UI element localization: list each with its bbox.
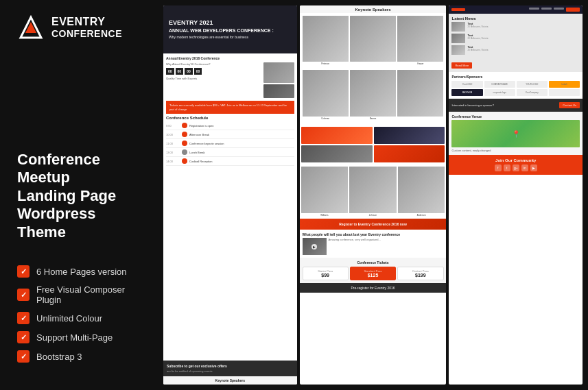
sc3-community-title: Join Our Community bbox=[451, 158, 580, 162]
news-item-3: Test 20 Melbourne, Victoria bbox=[451, 45, 580, 55]
brand-name-line2: CONFERENCE bbox=[51, 28, 122, 40]
sc2-preregister: Pre-register for Eventry 2016 bbox=[300, 283, 447, 293]
ticket-starter: Starter Pass $99 bbox=[303, 267, 349, 280]
sc1-content-row: Why Attend Eventry'16 Conference? 00 00 … bbox=[166, 62, 294, 98]
social-icons: f t g+ in ▶ bbox=[451, 164, 580, 171]
speaker-col-4: Coleman bbox=[303, 70, 349, 120]
sc2-video-thumb[interactable]: ▶ bbox=[303, 238, 327, 255]
screenshot-1[interactable]: EVENTRY 2021 ANNUAL WEB DEVELOPERS CONFE… bbox=[163, 5, 297, 385]
linkedin-icon[interactable]: in bbox=[521, 164, 528, 171]
speakers-grid-bottom: Williams Johnson Anderson bbox=[300, 165, 447, 219]
sc3-sponsors-title: Partners/Sponsors bbox=[451, 75, 580, 79]
theme-title: Conference Meetup Landing Page Wordpress… bbox=[17, 151, 144, 241]
sc1-footer-subtitle: and to be notified of upcoming events bbox=[167, 369, 294, 373]
sc3-sponsors-section: Partners/Sponsors YourLOGO COMPANYNAME Y… bbox=[449, 72, 583, 99]
speaker-col-8: Johnson bbox=[349, 167, 397, 218]
sc2-test-quote: Amazing conference, very well organized.… bbox=[329, 238, 381, 242]
sponsor-6: corporate logo bbox=[484, 89, 515, 96]
read-more-button[interactable]: Read More bbox=[451, 62, 472, 69]
sponsor-4: kubali bbox=[549, 81, 580, 88]
speaker-name-3: Harper bbox=[397, 62, 443, 66]
youtube-icon[interactable]: ▶ bbox=[530, 164, 537, 171]
ticket-price-1: $99 bbox=[305, 273, 346, 278]
screenshot-col-1: EVENTRY 2021 ANNUAL WEB DEVELOPERS CONFE… bbox=[163, 5, 297, 385]
twitter-icon[interactable]: t bbox=[504, 164, 510, 171]
event-photo-2 bbox=[374, 127, 445, 144]
sc1-text-2: Quality Time with Experts bbox=[166, 77, 261, 81]
title-line1: Conference Meetup bbox=[17, 151, 100, 186]
sc2-keynote-header: Keynote Speakers bbox=[300, 5, 447, 13]
event-photo-1 bbox=[301, 127, 373, 144]
feature-item-1: 6 Home Pages version bbox=[17, 265, 144, 278]
ticket-price-2: $125 bbox=[353, 273, 393, 278]
sponsor-3: YOUR LOGO bbox=[517, 81, 548, 88]
sc3-venue-title: Conference Venue bbox=[451, 114, 580, 119]
sc2-register-text: Register to Eventry Conference 2016 now bbox=[303, 222, 443, 226]
feature-item-5: Bootstrap 3 bbox=[17, 350, 144, 363]
ticket-price-3: $199 bbox=[400, 273, 440, 278]
brand-name-line1: EVENTRY bbox=[51, 15, 122, 28]
sc3-news-title: Latest News bbox=[451, 16, 580, 21]
sc1-keynote-label: Keynote Speakers bbox=[163, 376, 297, 385]
screenshot-col-2: Keynote Speakers Peterson bbox=[300, 5, 447, 385]
title-line3: Wordpress Theme bbox=[17, 205, 96, 240]
event-photo-4 bbox=[374, 145, 445, 162]
check-icon-1 bbox=[17, 265, 30, 278]
title-line2: Landing Page bbox=[17, 187, 116, 204]
screenshot-col-3: Latest News Test 20 Melbourne, Victoria bbox=[449, 5, 583, 385]
feature-text-2: Free Visual Composer Plugin bbox=[36, 284, 144, 305]
speaker-thumb-5 bbox=[350, 70, 396, 116]
sc1-inner: EVENTRY 2021 ANNUAL WEB DEVELOPERS CONFE… bbox=[163, 5, 297, 385]
logo-text: EVENTRY CONFERENCE bbox=[51, 15, 122, 40]
feature-text-3: Unlimited Colour bbox=[36, 313, 102, 324]
news-text-2: Test 20 Melbourne, Victoria bbox=[467, 34, 580, 43]
speaker-thumb-9 bbox=[398, 167, 445, 214]
sc2-test-title: What people will tell you about last yea… bbox=[303, 232, 444, 236]
screenshot-2[interactable]: Keynote Speakers Peterson bbox=[300, 5, 447, 385]
sponsor-2: COMPANYNAME bbox=[484, 81, 515, 88]
news-thumb-3 bbox=[451, 45, 465, 55]
check-icon-5 bbox=[17, 350, 30, 363]
sc2-preregister-text: Pre-register for Eventry 2016 bbox=[303, 286, 444, 290]
sc1-annual-title: Annual Eventry 2016 Conference bbox=[166, 56, 294, 60]
google-plus-icon[interactable]: g+ bbox=[513, 164, 519, 171]
sc1-body: Annual Eventry 2016 Conference Why Atten… bbox=[163, 53, 297, 361]
schedule-dot-4 bbox=[182, 149, 187, 155]
feature-item-3: Unlimited Colour bbox=[17, 312, 144, 324]
speaker-name-4: Coleman bbox=[303, 117, 349, 121]
sc1-event-photo bbox=[263, 62, 294, 83]
sc3-venue-section: Conference Venue Custom content, easily … bbox=[449, 112, 583, 155]
speaker-thumb-1 bbox=[303, 16, 349, 62]
speaker-thumb-7 bbox=[301, 167, 349, 214]
sc3-inner: Latest News Test 20 Melbourne, Victoria bbox=[449, 5, 583, 385]
venue-map bbox=[451, 120, 580, 147]
play-button[interactable]: ▶ bbox=[311, 244, 317, 249]
logo-area: EVENTRY CONFERENCE bbox=[17, 14, 144, 41]
sc2-register-banner: Register to Eventry Conference 2016 now bbox=[300, 219, 447, 230]
sc3-navbar bbox=[449, 5, 583, 14]
news-item-1: Test 20 Melbourne, Victoria bbox=[451, 22, 580, 32]
facebook-icon[interactable]: f bbox=[495, 164, 502, 171]
right-panel: EVENTRY 2021 ANNUAL WEB DEVELOPERS CONFE… bbox=[158, 0, 588, 390]
feature-text-1: 6 Home Pages version bbox=[36, 267, 127, 277]
screenshot-3[interactable]: Latest News Test 20 Melbourne, Victoria bbox=[449, 5, 583, 385]
feature-text-4: Support Multi-Page bbox=[36, 332, 113, 343]
feature-item-4: Support Multi-Page bbox=[17, 331, 144, 343]
sc2-tickets-title: Conference Tickets bbox=[303, 260, 444, 265]
sc2-testimonial: What people will tell you about last yea… bbox=[300, 230, 447, 258]
speaker-name-9: Anderson bbox=[398, 213, 445, 217]
sc1-schedule-title: Conference Schedule bbox=[166, 116, 294, 120]
speaker-col-5: Barnes bbox=[350, 70, 396, 120]
sc1-header: EVENTRY 2021 ANNUAL WEB DEVELOPERS CONFE… bbox=[163, 5, 297, 53]
sc1-red-text: Tickets are currently available from $99… bbox=[169, 103, 291, 111]
speaker-col-2 bbox=[350, 16, 396, 66]
sc3-sponsor-btn[interactable]: Contact Us bbox=[559, 102, 580, 108]
schedule-row-1: 9:00 Registration is open bbox=[166, 121, 294, 130]
speaker-thumb-6 bbox=[397, 70, 443, 116]
news-text-1: Test 20 Melbourne, Victoria bbox=[467, 22, 580, 32]
sc2-tickets: Conference Tickets Starter Pass $99 Stan… bbox=[300, 258, 447, 283]
schedule-dot-2 bbox=[182, 132, 187, 137]
sc1-body-text: Why Attend Eventry'16 Conference? bbox=[166, 62, 261, 66]
schedule-row-5: 14:00 Cocktail Reception bbox=[166, 157, 294, 166]
schedule-dot-3 bbox=[182, 141, 187, 146]
